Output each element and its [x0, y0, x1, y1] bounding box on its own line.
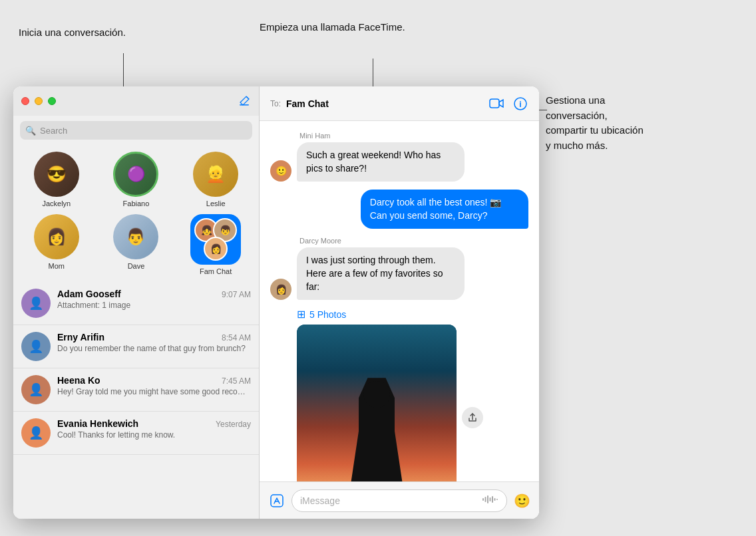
mom-label: Mom: [49, 262, 65, 270]
chat-area: To: Fam Chat i: [260, 86, 539, 519]
svg-text:i: i: [519, 100, 521, 109]
outgoing-bubble-row: Darcy took all the best ones! 📷 Can you …: [270, 190, 528, 229]
messages-window: 🔍 Search 😎 Jackelyn 🟣 Fabiano 👱: [13, 86, 539, 519]
heena-name: Heena Ko: [57, 375, 100, 386]
app-store-button[interactable]: [268, 491, 286, 510]
evania-preview: Cool! Thanks for letting me know.: [57, 430, 251, 440]
heena-time: 7:45 AM: [222, 376, 251, 386]
top-annotation-line: [373, 59, 373, 90]
search-icon: 🔍: [25, 126, 36, 136]
minimize-button[interactable]: [35, 97, 43, 105]
search-placeholder: Search: [40, 126, 67, 136]
search-bar[interactable]: 🔍 Search: [20, 121, 252, 140]
conversation-list: 👤 Adam Gooseff 9:07 AM Attachment: 1 ima…: [13, 282, 259, 519]
photos-message: ⊞ 5 Photos: [297, 308, 528, 481]
chat-actions: i: [488, 96, 528, 112]
pinned-row-1: 😎 Jackelyn 🟣 Fabiano 👱 Leslie: [13, 145, 259, 214]
jackelyn-avatar: 😎: [47, 165, 67, 184]
svg-rect-4: [271, 495, 283, 507]
message-group-miniham: Mini Ham 🙂 Such a great weekend! Who has…: [270, 132, 528, 182]
to-label: To:: [270, 99, 281, 108]
adam-name: Adam Gooseff: [57, 289, 121, 299]
input-placeholder: iMessage: [300, 495, 477, 506]
compose-button[interactable]: [238, 94, 251, 108]
message-group-darcy: Darcy Moore 👩 I was just sorting through…: [270, 237, 528, 300]
right-annotation: Gestiona una conversación, compartir tu …: [546, 93, 644, 153]
heena-info: Heena Ko 7:45 AM Hey! Gray told me you m…: [57, 375, 251, 396]
adam-time: 9:07 AM: [222, 290, 251, 299]
conv-item-adam[interactable]: 👤 Adam Gooseff 9:07 AM Attachment: 1 ima…: [13, 282, 259, 325]
evania-name: Evania Henkewich: [57, 418, 138, 429]
top-annotation: Empieza una llamada FaceTime.: [260, 20, 405, 35]
message-group-outgoing: Darcy took all the best ones! 📷 Can you …: [270, 190, 528, 229]
dave-label: Dave: [128, 262, 145, 270]
pinned-contact-dave[interactable]: 👨 Dave: [102, 214, 169, 275]
left-annotation: Inicia una conversación.: [19, 25, 126, 39]
darcy-sender: Darcy Moore: [299, 237, 528, 245]
pinned-contact-fabiano[interactable]: 🟣 Fabiano: [102, 152, 169, 207]
sidebar: 🔍 Search 😎 Jackelyn 🟣 Fabiano 👱: [13, 86, 260, 519]
outgoing-bubble: Darcy took all the best ones! 📷 Can you …: [361, 190, 528, 229]
adam-preview: Attachment: 1 image: [57, 301, 251, 310]
svg-rect-8: [490, 497, 491, 501]
darcy-bubble-row: 👩 I was just sorting through them. Here …: [270, 247, 528, 300]
svg-rect-6: [485, 497, 486, 502]
leslie-avatar: 👱: [206, 165, 226, 184]
miniham-avatar: 🙂: [270, 160, 291, 182]
audio-waveform-icon: [482, 494, 498, 507]
darcy-bubble: I was just sorting through them. Here ar…: [297, 247, 465, 300]
fullscreen-button[interactable]: [48, 97, 56, 105]
messages-scroll[interactable]: Mini Ham 🙂 Such a great weekend! Who has…: [260, 121, 539, 481]
pinned-contact-mom[interactable]: 👩 Mom: [23, 214, 90, 275]
pinned-contact-famchat[interactable]: 👧 👦 👩 Fam Chat: [182, 214, 249, 275]
miniham-bubble-row: 🙂 Such a great weekend! Who has pics to …: [270, 142, 528, 182]
dave-avatar: 👨: [126, 227, 146, 246]
share-button[interactable]: [462, 407, 483, 428]
chat-conversation-name: Fam Chat: [286, 98, 329, 109]
fabiano-avatar: 🟣: [127, 166, 145, 183]
photos-label: 5 Photos: [309, 309, 346, 320]
sidebar-titlebar: [13, 86, 259, 116]
famchat-label: Fam Chat: [200, 267, 232, 275]
pinned-row-2: 👩 Mom 👨 Dave 👧 👦 👩 Fam: [13, 214, 259, 282]
photo-preview[interactable]: [297, 325, 457, 481]
svg-rect-1: [490, 99, 499, 108]
adam-avatar: 👤: [21, 289, 51, 318]
erny-time: 8:54 AM: [222, 333, 251, 342]
evania-info: Evania Henkewich Yesterday Cool! Thanks …: [57, 418, 251, 440]
svg-rect-10: [494, 498, 496, 501]
evania-avatar: 👤: [21, 418, 51, 448]
message-input[interactable]: iMessage: [291, 489, 507, 512]
leslie-label: Leslie: [206, 200, 226, 207]
emoji-button[interactable]: 🙂: [512, 491, 531, 510]
erny-name: Erny Arifin: [57, 332, 104, 342]
chat-titlebar: To: Fam Chat i: [260, 86, 539, 121]
heena-avatar: 👤: [21, 375, 51, 404]
svg-rect-5: [482, 498, 484, 501]
info-button[interactable]: i: [512, 96, 528, 112]
close-button[interactable]: [21, 97, 29, 105]
conv-item-heena[interactable]: 👤 Heena Ko 7:45 AM Hey! Gray told me you…: [13, 368, 259, 412]
right-annotation-line: [539, 110, 547, 110]
pinned-contact-jackelyn[interactable]: 😎 Jackelyn: [23, 152, 90, 207]
pinned-contact-leslie[interactable]: 👱 Leslie: [182, 152, 249, 207]
conv-item-evania[interactable]: 👤 Evania Henkewich Yesterday Cool! Thank…: [13, 412, 259, 455]
miniham-sender: Mini Ham: [299, 132, 528, 140]
jackelyn-label: Jackelyn: [42, 200, 71, 207]
erny-info: Erny Arifin 8:54 AM Do you remember the …: [57, 332, 251, 353]
facetime-button[interactable]: [488, 96, 504, 112]
fabiano-label: Fabiano: [123, 200, 150, 207]
adam-info: Adam Gooseff 9:07 AM Attachment: 1 image: [57, 289, 251, 310]
input-bar: iMessage 🙂: [260, 481, 539, 519]
erny-preview: Do you remember the name of that guy fro…: [57, 344, 251, 353]
svg-rect-11: [496, 499, 498, 500]
mom-avatar: 👩: [47, 227, 67, 246]
conv-item-erny[interactable]: 👤 Erny Arifin 8:54 AM Do you remember th…: [13, 325, 259, 368]
emoji-icon: 🙂: [514, 493, 530, 509]
photos-header: ⊞ 5 Photos: [297, 308, 528, 321]
svg-rect-9: [492, 496, 493, 503]
miniham-bubble: Such a great weekend! Who has pics to sh…: [297, 142, 465, 182]
evania-time: Yesterday: [216, 420, 251, 429]
heena-preview: Hey! Gray told me you might have some go…: [57, 387, 251, 396]
darcy-avatar: 👩: [270, 279, 291, 300]
